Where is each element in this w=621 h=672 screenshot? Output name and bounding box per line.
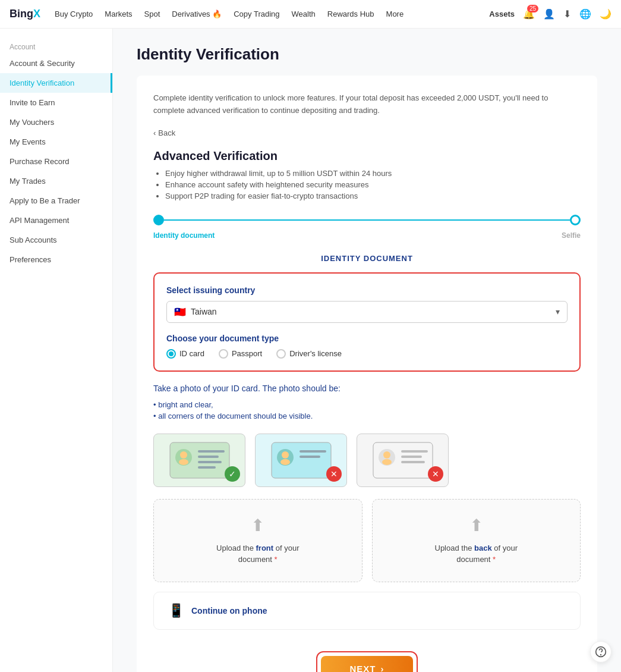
radio-passport-circle xyxy=(219,349,228,359)
svg-rect-12 xyxy=(300,450,326,453)
notification-button[interactable]: 🔔 25 xyxy=(523,8,535,20)
feature-item-2: Support P2P trading for easier fiat-to-c… xyxy=(165,191,581,200)
next-btn-arrow: › xyxy=(381,664,384,672)
page-layout: Account Account & Security Identity Veri… xyxy=(0,29,621,672)
upload-front-icon: ⬆ xyxy=(251,516,264,535)
nav-markets[interactable]: Markets xyxy=(105,10,132,18)
language-button[interactable]: 🌐 xyxy=(579,8,591,20)
country-name-text: Taiwan xyxy=(191,307,551,316)
stepper: Identity document Selfie xyxy=(153,215,581,240)
assets-button[interactable]: Assets xyxy=(489,10,515,18)
stepper-labels: Identity document Selfie xyxy=(153,228,581,240)
stepper-row xyxy=(153,215,581,225)
doc-type-options: ID card Passport Driver's license xyxy=(166,349,568,359)
radio-id-card[interactable]: ID card xyxy=(166,349,204,359)
sidebar-item-purchase-record[interactable]: Purchase Record xyxy=(0,152,112,171)
nav-copy-trading[interactable]: Copy Trading xyxy=(234,10,279,18)
sidebar-item-sub-accounts[interactable]: Sub Accounts xyxy=(0,230,112,250)
back-label: Back xyxy=(158,128,175,137)
theme-button[interactable]: 🌙 xyxy=(600,8,611,20)
photo-rule-1: all corners of the document should be vi… xyxy=(153,410,581,422)
radio-drivers-license[interactable]: Driver's license xyxy=(276,349,342,359)
next-btn-container: NEXT › xyxy=(153,642,581,672)
next-btn-wrapper: NEXT › xyxy=(316,651,417,672)
example-good: ✓ xyxy=(153,434,245,487)
advanced-title: Advanced Verification xyxy=(153,149,581,163)
nav-links: Buy Crypto Markets Spot Derivatives 🔥 Co… xyxy=(55,10,489,18)
upload-front-box[interactable]: ⬆ Upload the front of yourdocument * xyxy=(153,499,362,582)
svg-rect-7 xyxy=(198,466,216,469)
upload-back-box[interactable]: ⬆ Upload the back of yourdocument * xyxy=(372,499,581,582)
content-card: Complete identity verification to unlock… xyxy=(137,76,597,672)
example-bad2-svg xyxy=(370,439,436,481)
step-label-1: Identity document xyxy=(153,231,215,240)
svg-point-22 xyxy=(601,655,601,655)
country-select[interactable]: 🇹🇼 Taiwan ▾ xyxy=(166,301,568,323)
radio-drivers-circle xyxy=(276,349,286,359)
upload-front-label: Upload the front of yourdocument * xyxy=(216,542,299,566)
svg-point-17 xyxy=(382,459,392,465)
support-icon[interactable] xyxy=(590,641,611,662)
upload-front-highlight: front xyxy=(256,544,274,552)
sidebar-item-api-management[interactable]: API Management xyxy=(0,211,112,230)
notification-badge: 25 xyxy=(527,5,538,12)
description-text: Complete identity verification to unlock… xyxy=(153,92,581,117)
sidebar: Account Account & Security Identity Veri… xyxy=(0,29,113,672)
nav-derivatives[interactable]: Derivatives 🔥 xyxy=(172,10,222,18)
nav-right: Assets 🔔 25 👤 ⬇ 🌐 🌙 xyxy=(489,8,611,20)
chevron-down-icon: ▾ xyxy=(556,307,560,316)
upload-front-required: * xyxy=(275,555,278,564)
feature-item-0: Enjoy higher withdrawal limit, up to 5 m… xyxy=(165,169,581,178)
good-badge: ✓ xyxy=(225,466,240,482)
doc-type-label: Choose your document type xyxy=(166,334,568,343)
page-title: Identity Verification xyxy=(137,45,597,64)
radio-passport[interactable]: Passport xyxy=(219,349,262,359)
sidebar-item-my-vouchers[interactable]: My Vouchers xyxy=(0,112,112,132)
nav-buy-crypto[interactable]: Buy Crypto xyxy=(55,10,93,18)
photo-rules: bright and clear, all corners of the doc… xyxy=(153,399,581,422)
sidebar-item-invite-to-earn[interactable]: Invite to Earn xyxy=(0,93,112,112)
bad2-badge: ✕ xyxy=(428,466,443,482)
next-button[interactable]: NEXT › xyxy=(321,656,412,672)
download-button[interactable]: ⬇ xyxy=(563,8,571,20)
sidebar-item-apply-trader[interactable]: Apply to Be a Trader xyxy=(0,191,112,211)
upload-back-icon: ⬆ xyxy=(469,516,483,535)
sidebar-item-account-security[interactable]: Account & Security xyxy=(0,54,112,73)
logo[interactable]: BingX xyxy=(10,8,40,20)
sidebar-item-my-events[interactable]: My Events xyxy=(0,132,112,152)
step-dot-1 xyxy=(153,215,164,225)
svg-rect-20 xyxy=(401,461,425,463)
radio-passport-label: Passport xyxy=(232,349,262,358)
profile-button[interactable]: 👤 xyxy=(543,8,555,20)
country-flag-icon: 🇹🇼 xyxy=(174,306,186,318)
feature-list: Enjoy higher withdrawal limit, up to 5 m… xyxy=(153,169,581,200)
nav-spot[interactable]: Spot xyxy=(144,10,160,18)
example-bad1-svg xyxy=(269,439,334,481)
phone-option[interactable]: 📱 Continue on phone xyxy=(153,592,581,630)
back-button[interactable]: ‹ Back xyxy=(153,128,175,137)
sidebar-item-preferences[interactable]: Preferences xyxy=(0,250,112,269)
top-nav: BingX Buy Crypto Markets Spot Derivative… xyxy=(0,0,621,29)
example-bad1: ✕ xyxy=(255,434,347,487)
back-arrow-icon: ‹ xyxy=(153,128,156,137)
identity-section-title: IDENTITY DOCUMENT xyxy=(153,254,581,263)
sidebar-item-my-trades[interactable]: My Trades xyxy=(0,171,112,191)
upload-back-highlight: back xyxy=(474,544,492,552)
nav-wealth[interactable]: Wealth xyxy=(292,10,316,18)
country-doctype-box: Select issuing country 🇹🇼 Taiwan ▾ Choos… xyxy=(153,272,581,372)
svg-point-11 xyxy=(280,459,290,465)
svg-rect-19 xyxy=(401,456,422,458)
nav-more[interactable]: More xyxy=(386,10,404,18)
nav-rewards[interactable]: Rewards Hub xyxy=(327,10,374,18)
svg-rect-4 xyxy=(198,450,225,453)
identity-doc-section: IDENTITY DOCUMENT Select issuing country… xyxy=(153,254,581,672)
example-good-svg xyxy=(167,439,232,481)
svg-rect-5 xyxy=(198,456,219,458)
svg-point-10 xyxy=(282,451,289,459)
next-btn-label: NEXT xyxy=(349,664,376,672)
step-label-2: Selfie xyxy=(562,231,581,240)
svg-point-3 xyxy=(179,459,188,465)
country-field-label: Select issuing country xyxy=(166,285,568,295)
bad1-badge: ✕ xyxy=(326,466,342,482)
sidebar-item-identity-verification[interactable]: Identity Verification xyxy=(0,73,112,93)
